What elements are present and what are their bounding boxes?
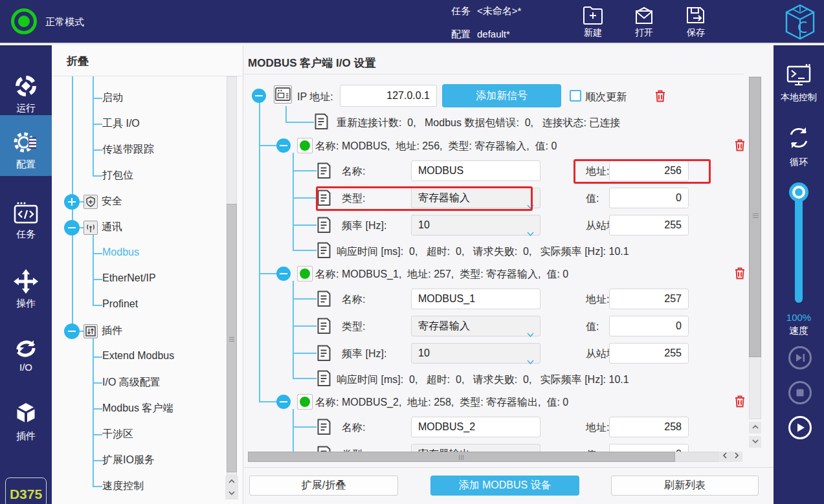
tree-expander-icon[interactable] <box>64 323 80 339</box>
tree-scrollbar-thumb[interactable] <box>227 204 237 472</box>
tree-group-item[interactable]: 安全 <box>52 193 220 211</box>
signal-name-input[interactable]: MODBUS_2 <box>411 417 540 437</box>
signal-value-input[interactable]: 0 <box>609 444 689 452</box>
signal-name-input[interactable]: MODBUS_1 <box>411 289 540 309</box>
divider <box>244 74 744 74</box>
tree-branch-line <box>93 434 102 435</box>
task-value: <未命名>* <box>477 5 521 17</box>
delete-signal-icon[interactable] <box>734 267 746 279</box>
tree-item[interactable]: 工具 I/O <box>52 115 220 133</box>
main-vscrollbar-thumb[interactable] <box>749 77 761 357</box>
sidebar-item-io[interactable]: I/O <box>0 323 52 384</box>
task-code-icon <box>0 201 52 225</box>
new-folder-icon <box>573 5 613 26</box>
divider <box>244 467 774 468</box>
tree-scroll-down-button[interactable] <box>225 488 238 499</box>
main-scroll-up-button[interactable] <box>749 422 761 433</box>
main-scroll-down-button[interactable] <box>749 436 761 448</box>
connector-line <box>285 122 314 123</box>
collapse-signal-icon[interactable] <box>276 267 291 281</box>
slave-address-input[interactable]: 255 <box>609 215 689 236</box>
ip-address-input[interactable]: 127.0.0.1 <box>340 85 437 107</box>
connection-info-text: 重新连接计数: 0, Modbus 数据包错误: 0, 连接状态: 已连接 <box>337 116 620 130</box>
speed-slider-handle[interactable] <box>789 182 808 202</box>
signal-value-input[interactable]: 0 <box>609 188 689 208</box>
add-modbus-device-button[interactable]: 添加 MODBUS 设备 <box>430 476 579 496</box>
app-window: 正常模式 任务 <未命名>* 配置 default* 新建 打开 保存 运行 配… <box>0 0 824 504</box>
tree-item[interactable]: Modbus 客户端 <box>52 400 220 418</box>
signal-address-input[interactable]: 258 <box>609 417 689 437</box>
tree-group-item[interactable]: 通讯 <box>52 219 220 237</box>
signal-type-select[interactable]: 寄存器输入 <box>411 316 540 336</box>
modbus-settings-panel: MODBUS 客户端 I/O 设置 IP 地址: 127.0.0.1 添加新信号… <box>244 45 774 504</box>
delete-device-icon[interactable] <box>654 89 666 102</box>
slave-address-input[interactable]: 255 <box>609 343 689 364</box>
open-button[interactable]: 打开 <box>624 5 664 39</box>
tree-item[interactable]: I/O 高级配置 <box>52 374 220 392</box>
signal-type-select[interactable]: 寄存器输出 <box>411 444 540 452</box>
device-icon <box>274 85 292 104</box>
signal-stats-text: 响应时间 [ms]: 0, 超时: 0, 请求失败: 0, 实际频率 [Hz]:… <box>337 373 629 387</box>
speed-slider-track[interactable] <box>795 193 803 303</box>
collapse-signal-icon[interactable] <box>276 138 291 153</box>
row-doc-icon <box>317 446 331 452</box>
status-badge: D375 <box>5 477 47 504</box>
save-icon <box>676 5 716 26</box>
tree-scroll-up-button[interactable] <box>225 476 238 488</box>
signal-frequency-select[interactable]: 10 <box>411 215 540 236</box>
delete-signal-icon[interactable] <box>734 138 746 151</box>
main-hscrollbar-thumb[interactable] <box>248 452 675 462</box>
main-scroll-left-button[interactable] <box>719 452 730 462</box>
new-button[interactable]: 新建 <box>573 5 613 39</box>
delete-signal-icon[interactable] <box>734 395 746 408</box>
tree-item[interactable]: 启动 <box>52 89 220 107</box>
tree-item[interactable]: 速度控制 <box>52 477 220 496</box>
signal-value-input[interactable]: 0 <box>609 316 689 336</box>
signal-address-input[interactable]: 257 <box>609 289 689 309</box>
tree-item[interactable]: Extend Modbus <box>52 348 220 366</box>
top-bar: 正常模式 任务 <未命名>* 配置 default* 新建 打开 保存 <box>0 0 824 44</box>
tree-item[interactable]: EtherNet/IP <box>52 270 220 289</box>
value-label: 值: <box>586 192 599 206</box>
loop-button[interactable]: 循环 <box>774 124 824 168</box>
tree-expander-icon[interactable] <box>64 194 80 210</box>
collapse-signal-icon[interactable] <box>276 395 291 409</box>
row-doc-icon <box>317 290 331 307</box>
signal-name-input[interactable]: MODBUS <box>411 160 540 181</box>
expand-collapse-button[interactable]: 扩展/折叠 <box>249 476 398 496</box>
step-button[interactable] <box>788 346 812 369</box>
main-scroll-right-button[interactable] <box>731 452 742 462</box>
tree-expander-icon[interactable] <box>64 220 80 236</box>
frequency-label: 频率 [Hz]: <box>342 347 386 361</box>
tree-item[interactable]: 扩展IO服务 <box>52 452 220 470</box>
signal-block: 名称: MODBUS_2, 地址: 258, 类型: 寄存器输出, 值: 0 名… <box>244 393 748 452</box>
row-doc-icon <box>317 242 331 259</box>
stop-button[interactable] <box>788 381 812 404</box>
local-control-button[interactable]: 本地控制 <box>774 63 824 104</box>
sidebar-item-plugin[interactable]: 插件 <box>0 389 52 450</box>
tree-group-item[interactable]: 插件 <box>52 322 220 340</box>
tree-item[interactable]: Profinet <box>52 296 220 314</box>
tree-branch-line <box>93 305 102 306</box>
tree-item[interactable]: 干涉区 <box>52 426 220 444</box>
tree-item[interactable]: 传送带跟踪 <box>52 141 220 159</box>
tree-item[interactable]: 打包位 <box>52 167 220 185</box>
signal-frequency-select[interactable]: 10 <box>411 343 540 364</box>
collapse-device-icon[interactable] <box>252 89 266 103</box>
sidebar-item-task[interactable]: 任务 <box>0 189 52 250</box>
skip-next-icon <box>790 358 810 369</box>
tree-collapse-header[interactable]: 折叠 <box>67 54 89 69</box>
sidebar-item-run[interactable]: 运行 <box>0 61 52 122</box>
tree-branch-line <box>93 98 102 99</box>
highlight-box-type <box>316 186 533 211</box>
refresh-list-button[interactable]: 刷新列表 <box>611 476 759 496</box>
save-button[interactable]: 保存 <box>676 5 716 39</box>
add-signal-button[interactable]: 添加新信号 <box>442 84 561 107</box>
play-button[interactable] <box>788 416 812 439</box>
tree-item[interactable]: Modbus <box>52 245 220 263</box>
sidebar-item-operate[interactable]: 操作 <box>0 257 52 318</box>
signal-summary: 名称: MODBUS_2, 地址: 258, 类型: 寄存器输出, 值: 0 <box>315 396 568 410</box>
sidebar-item-config[interactable]: 配置 <box>0 115 52 176</box>
name-label: 名称: <box>342 421 365 435</box>
sequential-update-checkbox[interactable] <box>570 90 581 102</box>
